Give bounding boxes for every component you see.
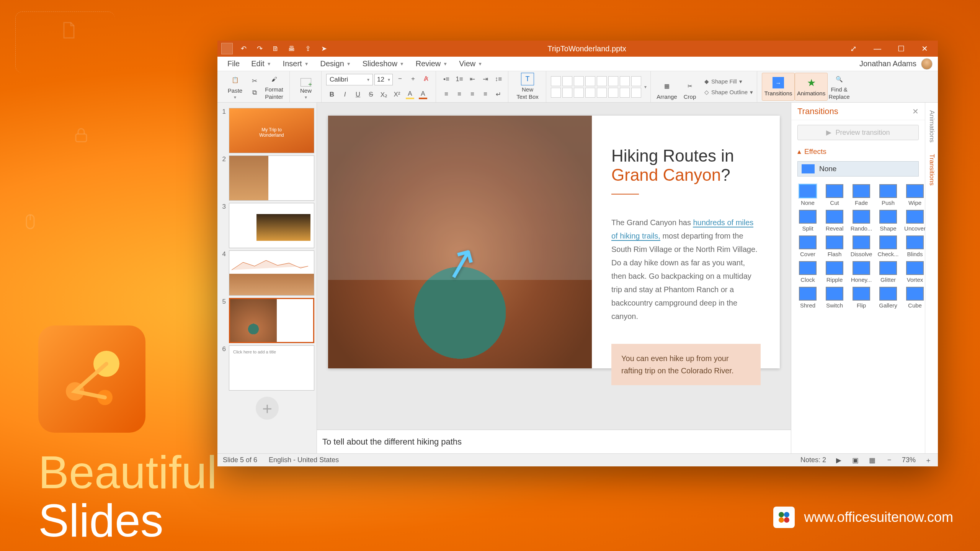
slide-callout[interactable]: You can even hike up from your rafting t…	[611, 344, 761, 385]
slide[interactable]: ↗ Hiking Routes in Grand Canyon? The Gra…	[328, 116, 780, 368]
shapes-more-button[interactable]: ▾	[644, 84, 647, 90]
transition-glitter[interactable]: Glitter	[877, 261, 899, 283]
slide-title[interactable]: Hiking Routes in Grand Canyon?	[611, 146, 761, 185]
undo-button[interactable]: ↶	[238, 43, 249, 54]
effects-section-header[interactable]: ▴ Effects	[791, 145, 925, 158]
effect-selected-dropdown[interactable]: None	[797, 161, 919, 177]
subscript-button[interactable]: X₂	[378, 90, 390, 100]
add-slide-button[interactable]: ＋	[256, 397, 279, 420]
transition-shape[interactable]: Shape	[877, 210, 899, 232]
shapes-gallery[interactable]	[551, 76, 641, 98]
transition-switch[interactable]: Switch	[823, 287, 846, 309]
thumbnail-2[interactable]	[229, 155, 314, 201]
transition-blinds[interactable]: Blinds	[904, 235, 926, 257]
transition-uncover[interactable]: Uncover	[904, 210, 926, 232]
transition-fade[interactable]: Fade	[850, 184, 872, 206]
thumbnail-3[interactable]	[229, 203, 314, 248]
status-notes[interactable]: Notes: 2	[800, 456, 826, 464]
format-painter-button[interactable]: 🖌FormatPainter	[263, 73, 286, 101]
zoom-out-button[interactable]: −	[885, 456, 893, 464]
transition-split[interactable]: Split	[797, 210, 819, 232]
bullet-list-button[interactable]: •≡	[441, 74, 452, 84]
close-button[interactable]: ✕	[916, 44, 934, 53]
fullscreen-button[interactable]: ⤢	[844, 44, 863, 53]
maximize-button[interactable]: ☐	[892, 44, 910, 53]
thumbnail-4[interactable]	[229, 250, 314, 296]
crop-button[interactable]: ✂Crop	[678, 73, 701, 101]
line-spacing-button[interactable]: ↕≡	[493, 74, 504, 84]
transition-push[interactable]: Push	[877, 184, 899, 206]
transition-clock[interactable]: Clock	[797, 261, 819, 283]
transition-reveal[interactable]: Reveal	[823, 210, 846, 232]
transition-honey[interactable]: Honey...	[850, 261, 872, 283]
menu-file[interactable]: File	[223, 58, 244, 70]
find-replace-button[interactable]: 🔍Find &Replace	[828, 73, 851, 101]
transition-ripple[interactable]: Ripple	[823, 261, 846, 283]
transition-rando[interactable]: Rando...	[850, 210, 872, 232]
underline-button[interactable]: U	[352, 90, 364, 100]
menu-insert[interactable]: Insert▼	[278, 58, 314, 70]
transition-vortex[interactable]: Vortex	[904, 261, 926, 283]
new-doc-button[interactable]: 🗎	[270, 43, 281, 54]
transition-none[interactable]: None	[797, 184, 819, 206]
preview-transition-button[interactable]: ▶ Preview transition	[797, 125, 919, 140]
align-right-button[interactable]: ≡	[467, 89, 478, 99]
thumbnail-5[interactable]	[229, 298, 314, 343]
transition-flip[interactable]: Flip	[850, 287, 872, 309]
notes-input[interactable]	[322, 434, 786, 450]
play-slideshow-button[interactable]: ▶	[835, 456, 843, 464]
menu-edit[interactable]: Edit▼	[247, 58, 276, 70]
font-size-select[interactable]: 12▾	[374, 74, 393, 85]
align-justify-button[interactable]: ≡	[480, 89, 491, 99]
redo-button[interactable]: ↷	[254, 43, 265, 54]
thumbnail-6[interactable]: Click here to add a title	[229, 345, 314, 391]
shape-fill-button[interactable]: ◆ Shape Fill ▾	[704, 78, 753, 85]
menu-slideshow[interactable]: Slideshow▼	[358, 58, 409, 70]
align-left-button[interactable]: ≡	[441, 89, 452, 99]
tab-transitions[interactable]: Transitions	[928, 154, 936, 186]
thumbnail-1[interactable]: My Trip to Wonderland	[229, 108, 314, 153]
transition-cube[interactable]: Cube	[904, 287, 926, 309]
transitions-tab-button[interactable]: →Transitions	[762, 73, 795, 101]
app-icon[interactable]	[221, 43, 233, 54]
font-color-button[interactable]: A	[417, 90, 429, 100]
transition-cover[interactable]: Cover	[797, 235, 819, 257]
slide-body[interactable]: The Grand Canyon has hundreds of miles o…	[611, 216, 761, 323]
new-slide-button[interactable]: ＋New▾	[294, 73, 317, 101]
sorter-view-button[interactable]: ▦	[868, 456, 877, 464]
transition-shred[interactable]: Shred	[797, 287, 819, 309]
strike-button[interactable]: S	[365, 90, 377, 100]
font-family-select[interactable]: Calibri▾	[326, 74, 373, 85]
dec-indent-button[interactable]: ⇤	[467, 74, 478, 84]
print-button[interactable]: 🖶	[286, 43, 297, 54]
menu-review[interactable]: Review▼	[411, 58, 452, 70]
shape-outline-button[interactable]: ◇ Shape Outline ▾	[704, 89, 753, 96]
superscript-button[interactable]: X²	[391, 90, 403, 100]
inc-font-button[interactable]: +	[407, 74, 419, 84]
zoom-in-button[interactable]: ＋	[924, 456, 933, 464]
arrange-button[interactable]: ▦Arrange	[655, 73, 678, 101]
transition-cut[interactable]: Cut	[823, 184, 846, 206]
transition-flash[interactable]: Flash	[823, 235, 846, 257]
share-button[interactable]: ⇪	[302, 43, 313, 54]
panel-close-button[interactable]: ✕	[912, 107, 919, 116]
transition-check[interactable]: Check...	[877, 235, 899, 257]
number-list-button[interactable]: 1≡	[454, 74, 465, 84]
user-box[interactable]: Jonathan Adams	[859, 58, 933, 70]
tab-animations[interactable]: Animations	[928, 110, 936, 142]
normal-view-button[interactable]: ▣	[851, 456, 860, 464]
transition-gallery[interactable]: Gallery	[877, 287, 899, 309]
cut-button[interactable]: ✂	[249, 76, 260, 86]
highlight-button[interactable]: A	[404, 90, 416, 100]
menu-view[interactable]: View▼	[454, 58, 487, 70]
dec-font-button[interactable]: −	[394, 74, 406, 84]
canvas-area[interactable]: ↗ Hiking Routes in Grand Canyon? The Gra…	[317, 103, 791, 430]
bold-button[interactable]: B	[326, 90, 338, 100]
animations-tab-button[interactable]: ★Animations	[795, 73, 828, 101]
paste-button[interactable]: 📋Paste▾	[224, 73, 247, 101]
text-direction-button[interactable]: ↵	[493, 89, 504, 99]
cursor-button[interactable]: ➤	[318, 43, 329, 54]
clear-format-button[interactable]: A̷	[420, 74, 432, 84]
transition-wipe[interactable]: Wipe	[904, 184, 926, 206]
align-center-button[interactable]: ≡	[454, 89, 465, 99]
